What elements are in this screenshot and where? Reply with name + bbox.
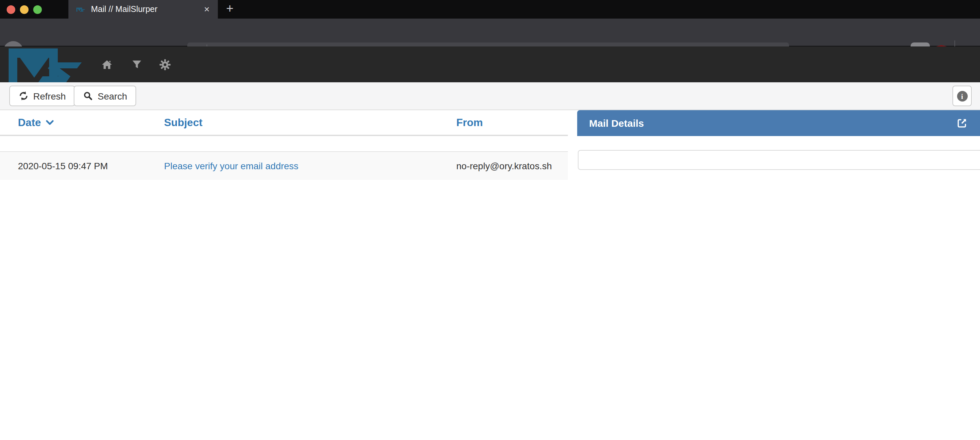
mail-details-body [578, 150, 980, 170]
mailslurper-favicon-icon [76, 7, 85, 12]
search-button[interactable]: Search [74, 86, 137, 106]
app-home-button[interactable] [99, 46, 115, 82]
browser-tab[interactable]: Mail // MailSlurper ✕ [68, 0, 218, 19]
column-header-date-label: Date [18, 116, 41, 129]
browser-tab-bar: Mail // MailSlurper ✕ + [0, 0, 980, 19]
column-header-from[interactable]: From [456, 110, 483, 135]
external-link-icon [956, 118, 968, 129]
search-button-label: Search [98, 91, 127, 101]
mail-subject-link[interactable]: Please verify your email address [164, 152, 299, 180]
action-toolbar: Refresh Search i [0, 82, 980, 110]
app-home-icon [101, 59, 113, 70]
gear-icon [159, 59, 170, 70]
refresh-button[interactable]: Refresh [9, 86, 75, 106]
column-header-date[interactable]: Date [18, 110, 54, 135]
column-header-subject-label: Subject [164, 116, 202, 129]
mailslurper-logo [9, 48, 82, 83]
column-header-subject[interactable]: Subject [164, 110, 202, 135]
refresh-icon [19, 91, 29, 101]
window-close-button[interactable] [6, 5, 15, 14]
tab-close-icon[interactable]: ✕ [202, 0, 211, 19]
table-row[interactable]: 2020-05-15 09:47 PM Please verify your e… [0, 152, 568, 180]
mail-date: 2020-05-15 09:47 PM [18, 152, 108, 180]
app-header [0, 46, 980, 82]
refresh-button-label: Refresh [33, 91, 66, 101]
column-header-from-label: From [456, 116, 483, 129]
mail-details-title: Mail Details [589, 110, 644, 136]
info-button[interactable]: i [953, 86, 972, 106]
mail-from: no-reply@ory.kratos.sh [456, 152, 552, 180]
search-icon [83, 91, 93, 101]
open-in-new-window-button[interactable] [956, 118, 968, 129]
window-zoom-button[interactable] [33, 5, 42, 14]
table-header-border [0, 135, 568, 136]
mail-details-panel-header: Mail Details [577, 110, 980, 136]
app-settings-button[interactable] [157, 46, 173, 82]
info-icon: i [957, 91, 967, 101]
new-tab-button[interactable]: + [224, 0, 236, 19]
sort-desc-chevron-icon [46, 120, 54, 125]
screen: Mail // MailSlurper ✕ + [0, 0, 980, 440]
app-filter-button[interactable] [129, 46, 145, 82]
tab-title: Mail // MailSlurper [91, 5, 202, 14]
browser-navbar: 127.0.0.1:4436 ⋯ ☆ [0, 19, 980, 46]
window-minimize-button[interactable] [20, 5, 29, 14]
filter-icon [132, 59, 142, 70]
